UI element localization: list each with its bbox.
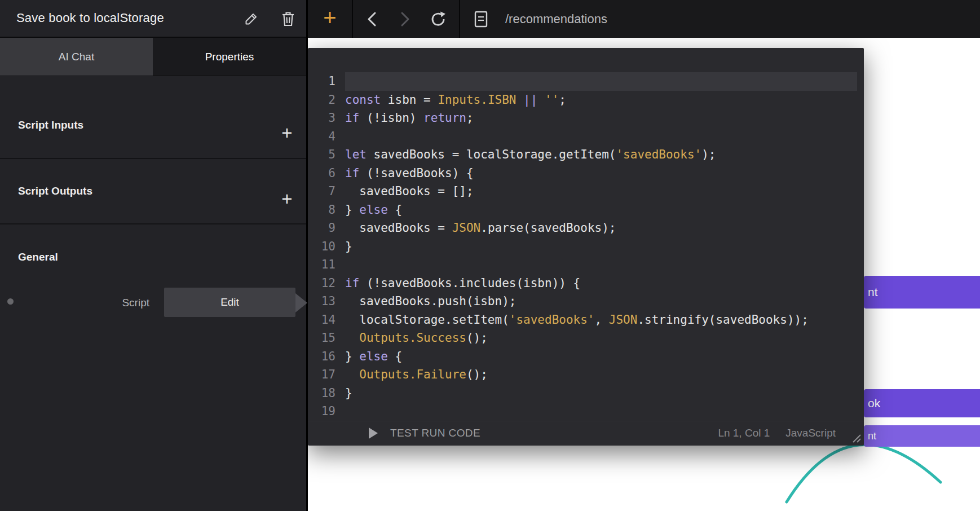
panel-title: Save book to localStorage	[16, 11, 164, 25]
code-line[interactable]: 8} else {	[308, 201, 864, 219]
code-line[interactable]: 9 savedBooks = JSON.parse(savedBooks);	[308, 219, 864, 237]
code-line[interactable]: 13 savedBooks.push(isbn);	[308, 292, 864, 311]
code-lines[interactable]: 12const isbn = Inputs.ISBN || '';3if (!i…	[308, 48, 864, 421]
page-button[interactable]	[467, 0, 495, 38]
code-line[interactable]: 2const isbn = Inputs.ISBN || '';	[308, 91, 864, 109]
play-icon[interactable]	[369, 428, 378, 439]
script-edit-button[interactable]: Edit	[164, 288, 295, 317]
panel-divider	[306, 0, 308, 511]
code-line[interactable]: 15 Outputs.Success();	[308, 329, 864, 347]
line-number: 17	[308, 365, 345, 384]
script-field-label: Script	[68, 297, 149, 309]
code-editor-panel: 12const isbn = Inputs.ISBN || '';3if (!i…	[308, 48, 864, 446]
code-line[interactable]: 6if (!savedBooks) {	[308, 164, 864, 183]
popover-arrow	[295, 293, 307, 312]
code-line-content	[345, 402, 857, 421]
section-divider	[0, 158, 306, 159]
code-line[interactable]: 17 Outputs.Failure();	[308, 365, 864, 384]
section-title-script-inputs: Script Inputs	[18, 119, 83, 131]
add-button[interactable]: +	[312, 0, 347, 38]
code-line[interactable]: 11	[308, 256, 864, 274]
url-text[interactable]: /recommendations	[505, 0, 607, 38]
code-line-content: }	[345, 384, 857, 403]
code-line[interactable]: 10}	[308, 237, 864, 256]
bullet-indicator	[7, 298, 14, 305]
code-line[interactable]: 19	[308, 402, 864, 421]
line-number: 16	[308, 347, 345, 366]
code-line-content: } else {	[345, 347, 857, 366]
code-line-content: savedBooks = [];	[345, 182, 857, 201]
line-number: 4	[308, 127, 345, 146]
line-number: 8	[308, 201, 345, 219]
code-line[interactable]: 12if (!savedBooks.includes(isbn)) {	[308, 274, 864, 293]
code-line-content	[345, 72, 857, 91]
tab-ai-chat[interactable]: AI Chat	[0, 38, 153, 76]
code-line-content: savedBooks = JSON.parse(savedBooks);	[345, 219, 857, 237]
line-number: 1	[308, 72, 345, 91]
trash-icon	[281, 11, 295, 27]
add-script-output-button[interactable]: +	[277, 190, 297, 209]
line-number: 6	[308, 164, 345, 183]
test-run-button[interactable]: TEST RUN CODE	[390, 427, 480, 439]
line-number: 18	[308, 384, 345, 403]
code-line[interactable]: 14 localStorage.setItem('savedBooks', JS…	[308, 311, 864, 329]
line-number: 5	[308, 146, 345, 164]
editor-status-bar: TEST RUN CODE Ln 1, Col 1 JavaScript	[308, 421, 864, 446]
edit-pencil-icon	[244, 11, 259, 26]
toolbar-separator	[352, 0, 353, 38]
chevron-left-icon	[364, 10, 381, 28]
refresh-button[interactable]	[423, 0, 453, 38]
code-line[interactable]: 16} else {	[308, 347, 864, 366]
tab-properties[interactable]: Properties	[153, 38, 306, 76]
refresh-icon	[429, 10, 447, 28]
line-number: 7	[308, 182, 345, 201]
line-number: 15	[308, 329, 345, 347]
code-line-content: } else {	[345, 201, 857, 219]
background-button-fragment[interactable]: ok	[864, 389, 980, 417]
code-line[interactable]: 4	[308, 127, 864, 146]
cursor-position: Ln 1, Col 1	[718, 427, 770, 439]
panel-header: Save book to localStorage	[0, 0, 306, 38]
forward-button[interactable]	[390, 0, 418, 38]
code-line-content: if (!savedBooks.includes(isbn)) {	[345, 274, 857, 293]
delete-button[interactable]	[280, 11, 296, 27]
chevron-right-icon	[396, 10, 413, 28]
line-number: 11	[308, 256, 345, 274]
back-button[interactable]	[359, 0, 387, 38]
line-number: 13	[308, 292, 345, 311]
line-number: 9	[308, 219, 345, 237]
line-number: 3	[308, 109, 345, 127]
background-button-fragment[interactable]: nt	[864, 276, 980, 309]
code-line[interactable]: 7 savedBooks = [];	[308, 182, 864, 201]
code-line[interactable]: 1	[308, 72, 864, 91]
line-number: 2	[308, 91, 345, 109]
code-line[interactable]: 3if (!isbn) return;	[308, 109, 864, 127]
language-label: JavaScript	[785, 427, 836, 439]
code-line-content: }	[345, 237, 857, 256]
code-line-content	[345, 127, 857, 146]
toolbar-separator	[459, 0, 460, 38]
rename-button[interactable]	[244, 11, 259, 27]
code-line[interactable]: 18}	[308, 384, 864, 403]
code-line-content: Outputs.Success();	[345, 329, 857, 347]
code-line-content: Outputs.Failure();	[345, 365, 857, 384]
add-script-input-button[interactable]: +	[277, 124, 297, 143]
code-line[interactable]: 5let savedBooks = localStorage.getItem('…	[308, 146, 864, 164]
background-button-fragment[interactable]: nt	[864, 425, 980, 447]
code-line-content: let savedBooks = localStorage.getItem('s…	[345, 146, 857, 164]
line-number: 14	[308, 311, 345, 329]
line-number: 10	[308, 237, 345, 256]
code-line-content	[345, 256, 857, 274]
line-number: 12	[308, 274, 345, 293]
resize-handle[interactable]	[851, 433, 862, 444]
section-title-script-outputs: Script Outputs	[18, 185, 92, 197]
properties-panel: Save book to localStorage AI Chat Proper…	[0, 0, 306, 511]
code-line-content: const isbn = Inputs.ISBN || '';	[345, 91, 857, 109]
section-title-general: General	[18, 251, 58, 263]
code-line-content: if (!savedBooks) {	[345, 164, 857, 183]
preview-toolbar: + /recommendations	[308, 0, 980, 38]
code-line-content: savedBooks.push(isbn);	[345, 292, 857, 311]
line-number: 19	[308, 402, 345, 421]
code-line-content: if (!isbn) return;	[345, 109, 857, 127]
document-icon	[474, 10, 488, 28]
